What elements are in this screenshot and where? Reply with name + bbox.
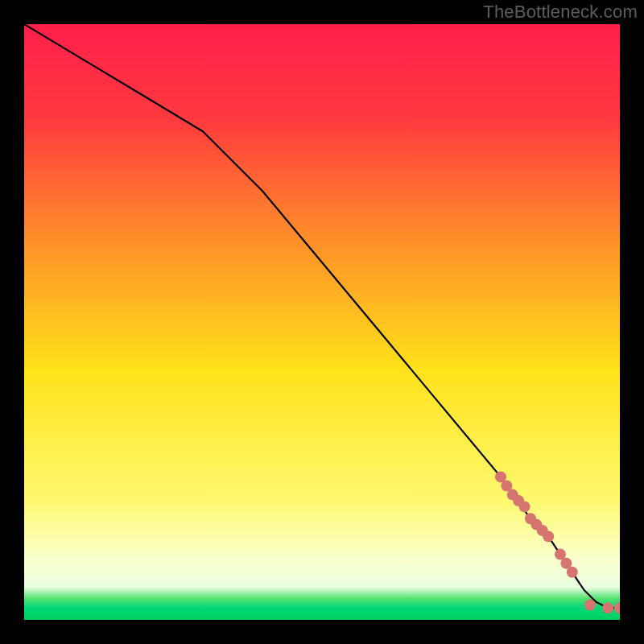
chart-frame: TheBottleneck.com: [0, 0, 644, 644]
chart-plot: [24, 24, 620, 620]
marker-point: [602, 602, 613, 613]
marker-point: [543, 530, 554, 542]
marker-point: [519, 501, 530, 512]
gradient-background: [24, 24, 620, 620]
marker-point: [567, 567, 578, 578]
marker-point: [584, 600, 596, 611]
watermark-text: TheBottleneck.com: [483, 2, 638, 23]
